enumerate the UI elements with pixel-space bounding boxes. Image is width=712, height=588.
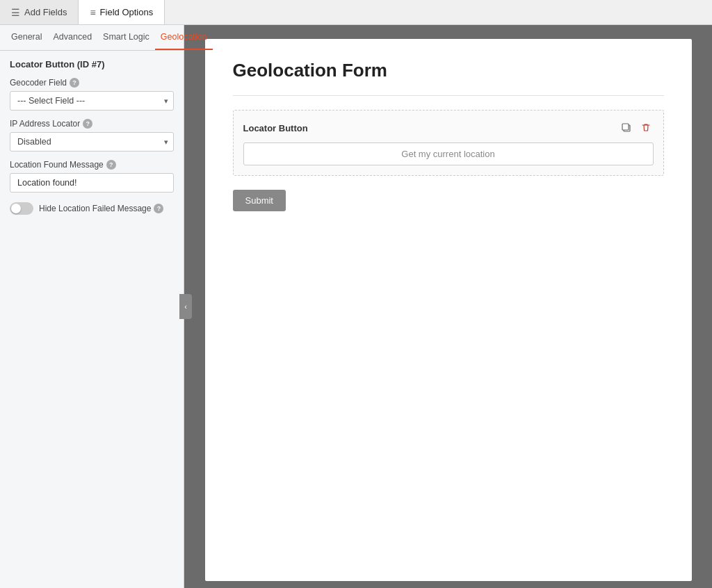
geocoder-field-label: Geocoder Field ? — [10, 78, 174, 88]
form-divider — [233, 95, 664, 96]
ip-help-icon[interactable]: ? — [83, 119, 92, 129]
location-found-input[interactable] — [10, 173, 174, 193]
toggle-knob — [11, 204, 21, 213]
ip-address-label: IP Address Locator ? — [10, 119, 174, 129]
hide-failed-row: Hide Location Failed Message ? — [10, 202, 174, 215]
field-options-icon: ≡ — [90, 7, 95, 18]
ip-address-wrapper: Disabled Enabled ▾ — [10, 132, 174, 152]
nav-tabs: General Advanced Smart Logic Geolocation — [0, 25, 184, 51]
ip-address-select[interactable]: Disabled Enabled — [10, 132, 174, 152]
collapse-handle[interactable]: ‹ — [179, 294, 192, 319]
duplicate-button[interactable] — [619, 120, 634, 136]
main-layout: General Advanced Smart Logic Geolocation… — [0, 25, 712, 588]
hide-failed-toggle[interactable] — [10, 202, 33, 215]
tab-geolocation[interactable]: Geolocation — [155, 25, 213, 50]
locator-button-block: Locator Button — [233, 110, 664, 176]
locator-block-label: Locator Button — [243, 123, 308, 133]
left-panel: General Advanced Smart Logic Geolocation… — [0, 25, 184, 588]
add-fields-label: Add Fields — [24, 7, 67, 17]
location-found-label: Location Found Message ? — [10, 160, 174, 170]
hide-failed-help-icon[interactable]: ? — [154, 204, 163, 213]
panel-content: Locator Button (ID #7) Geocoder Field ? … — [0, 51, 184, 588]
hide-failed-label: Hide Location Failed Message ? — [39, 204, 163, 213]
section-title: Locator Button (ID #7) — [10, 59, 174, 70]
geocoder-field-wrapper: --- Select Field --- ▾ — [10, 91, 174, 111]
svg-rect-1 — [622, 124, 629, 130]
tab-smart-logic[interactable]: Smart Logic — [97, 25, 155, 50]
geocoder-help-icon[interactable]: ? — [70, 78, 79, 88]
add-fields-icon: ☰ — [11, 7, 20, 18]
field-block-actions — [619, 120, 654, 136]
form-canvas: Geolocation Form Locator Button — [205, 39, 692, 581]
tab-add-fields[interactable]: ☰ Add Fields — [0, 0, 79, 24]
tab-advanced[interactable]: Advanced — [47, 25, 97, 50]
locator-button-preview: Get my current location — [243, 142, 654, 165]
field-options-label: Field Options — [100, 7, 154, 17]
right-panel: Geolocation Form Locator Button — [184, 25, 712, 588]
submit-button[interactable]: Submit — [233, 190, 286, 211]
form-title: Geolocation Form — [233, 60, 664, 81]
top-bar: ☰ Add Fields ≡ Field Options — [0, 0, 712, 25]
field-block-header: Locator Button — [243, 120, 654, 136]
tab-general[interactable]: General — [6, 25, 47, 50]
delete-button[interactable] — [638, 120, 654, 136]
tab-field-options[interactable]: ≡ Field Options — [79, 0, 165, 24]
geocoder-field-select[interactable]: --- Select Field --- — [10, 91, 174, 111]
location-found-help-icon[interactable]: ? — [106, 160, 116, 170]
